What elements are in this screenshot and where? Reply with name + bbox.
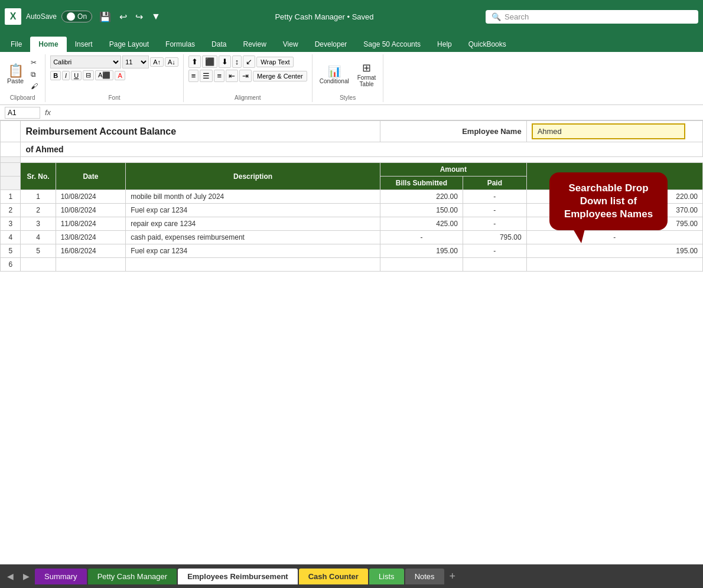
- underline-button[interactable]: U: [71, 71, 82, 80]
- tab-next-button[interactable]: ▶: [18, 569, 34, 583]
- wrap-text-button[interactable]: Wrap Text: [256, 57, 294, 67]
- ribbon-clipboard-group: 📋 Paste ✂ ⧉ 🖌 Clipboard: [0, 54, 45, 102]
- fill-color-button[interactable]: A⬛: [95, 70, 113, 80]
- decrease-font-button[interactable]: A↓: [165, 57, 178, 67]
- title-row: Reimbursement Account Balance Employee N…: [1, 121, 703, 142]
- format-painter-button[interactable]: 🖌: [28, 81, 40, 92]
- tab-petty-cash-manager-label: Petty Cash Manager: [97, 572, 168, 581]
- tab-data[interactable]: Data: [203, 37, 235, 52]
- indent-decrease-button[interactable]: ↙: [243, 55, 255, 68]
- employee-name-input[interactable]: [532, 123, 685, 139]
- tab-sage[interactable]: Sage 50 Accounts: [355, 37, 429, 52]
- subtitle-row: of Ahmed: [1, 142, 703, 157]
- conditional-label: Conditional: [320, 78, 349, 84]
- align-left-button[interactable]: ≡: [188, 70, 199, 82]
- search-bar[interactable]: 🔍 Search: [486, 10, 698, 24]
- align-right-button[interactable]: ≡: [214, 70, 224, 82]
- copy-button[interactable]: ⧉: [28, 69, 40, 80]
- data-row-6: 6: [1, 258, 703, 272]
- tab-summary[interactable]: Summary: [35, 569, 87, 584]
- rn-subtitle: [1, 142, 21, 157]
- tab-review[interactable]: Review: [235, 37, 274, 52]
- sheet-container: Searchable Drop Down list of Employees N…: [0, 120, 703, 272]
- sr-5: 5: [21, 244, 56, 258]
- font-size-select[interactable]: 11: [122, 55, 149, 68]
- undo-icon[interactable]: ↩: [117, 10, 129, 24]
- align-row1: ⬆ ⬛ ⬇ ↕ ↙ Wrap Text: [188, 55, 307, 68]
- save-icon[interactable]: 💾: [97, 10, 113, 24]
- text-direction-button[interactable]: ↕: [232, 55, 242, 68]
- font-color-button[interactable]: A: [115, 71, 125, 80]
- increase-font-button[interactable]: A↑: [150, 57, 164, 67]
- tab-formulas[interactable]: Formulas: [157, 37, 203, 52]
- rn-4: 4: [1, 231, 21, 244]
- date-3: 11/08/2024: [56, 217, 125, 231]
- tab-employees-reimbursement-label: Employees Reimbursement: [187, 572, 288, 581]
- align-center-button[interactable]: ☰: [200, 70, 213, 82]
- rn-3: 3: [1, 217, 21, 231]
- subtitle-cell: of Ahmed: [21, 142, 703, 157]
- data-row-4: 4 4 13/08/2024 cash paid, expenses reimb…: [1, 231, 703, 244]
- decrease-indent-button[interactable]: ⇤: [226, 70, 238, 82]
- tab-home[interactable]: Home: [30, 37, 66, 52]
- rn-2: 2: [1, 204, 21, 217]
- merge-center-button[interactable]: Merge & Center: [253, 71, 307, 81]
- sr-3: 3: [21, 217, 56, 231]
- autosave-label: AutoSave: [26, 12, 57, 21]
- date-1: 10/08/2024: [56, 190, 125, 204]
- format-table-button[interactable]: ⊞ Format Table: [355, 60, 379, 89]
- tab-insert[interactable]: Insert: [67, 37, 101, 52]
- clipboard-content: 📋 Paste ✂ ⧉ 🖌: [5, 54, 40, 94]
- sr-1: 1: [21, 190, 56, 204]
- align-bottom-button[interactable]: ⬇: [219, 55, 231, 68]
- conditional-icon: 📊: [328, 65, 341, 78]
- cell-reference-input[interactable]: [5, 107, 40, 119]
- tab-quickbooks[interactable]: QuickBooks: [460, 37, 515, 52]
- balance-5: 195.00: [526, 244, 702, 258]
- conditional-formatting-button[interactable]: 📊 Conditional: [317, 64, 352, 86]
- tab-developer[interactable]: Developer: [307, 37, 356, 52]
- tab-help[interactable]: Help: [429, 37, 460, 52]
- title-main: Reimbursement Account Balance: [25, 126, 176, 136]
- excel-logo: X: [5, 8, 21, 25]
- tab-notes[interactable]: Notes: [405, 569, 444, 584]
- paste-button[interactable]: 📋 Paste: [5, 63, 26, 86]
- tab-lists[interactable]: Lists: [369, 569, 404, 584]
- align-middle-button[interactable]: ⬛: [202, 55, 217, 68]
- search-placeholder: Search: [505, 12, 529, 21]
- title-bar-icons: 💾 ↩ ↪ ▼: [97, 10, 163, 24]
- tab-petty-cash-manager[interactable]: Petty Cash Manager: [88, 569, 177, 584]
- tab-employees-reimbursement[interactable]: Employees Reimbursement: [178, 569, 298, 584]
- paid-1: -: [463, 190, 526, 204]
- ribbon-font-group: Calibri 11 A↑ A↓ B I U ⊟ A⬛ A Font: [45, 54, 184, 102]
- align-top-button[interactable]: ⬆: [188, 55, 201, 68]
- font-family-select[interactable]: Calibri: [50, 55, 121, 68]
- tab-cash-counter[interactable]: Cash Counter: [299, 569, 368, 584]
- format-table-label: Format: [357, 74, 376, 81]
- cut-button[interactable]: ✂: [28, 57, 40, 68]
- clipboard-label: Clipboard: [10, 94, 35, 102]
- font-row1: Calibri 11 A↑ A↓: [50, 55, 178, 68]
- redo-icon[interactable]: ↪: [133, 10, 145, 24]
- align-row2: ≡ ☰ ≡ ⇤ ⇥ Merge & Center: [188, 70, 307, 82]
- col-desc-header: Description: [126, 163, 380, 190]
- spacer-row: [1, 157, 703, 163]
- tab-page-layout[interactable]: Page Layout: [101, 37, 157, 52]
- col-date-header: Date: [56, 163, 125, 190]
- italic-button[interactable]: I: [62, 71, 70, 80]
- tab-file[interactable]: File: [2, 37, 30, 52]
- desc-2: Fuel exp car 1234: [126, 204, 380, 217]
- desc-4: cash paid, expenses reimbursement: [126, 231, 380, 244]
- format-table-icon: ⊞: [362, 61, 371, 74]
- paid-2: -: [463, 204, 526, 217]
- customize-icon[interactable]: ▼: [149, 10, 163, 24]
- autosave-toggle[interactable]: On: [61, 11, 92, 22]
- border-button[interactable]: ⊟: [83, 70, 94, 80]
- add-sheet-button[interactable]: +: [445, 569, 461, 584]
- ribbon-tabs: File Home Insert Page Layout Formulas Da…: [0, 33, 703, 52]
- tab-prev-button[interactable]: ◀: [2, 569, 18, 583]
- bold-button[interactable]: B: [50, 71, 61, 80]
- tab-view[interactable]: View: [275, 37, 307, 52]
- increase-indent-button[interactable]: ⇥: [239, 70, 252, 82]
- col-amount-header: Amount: [380, 163, 526, 177]
